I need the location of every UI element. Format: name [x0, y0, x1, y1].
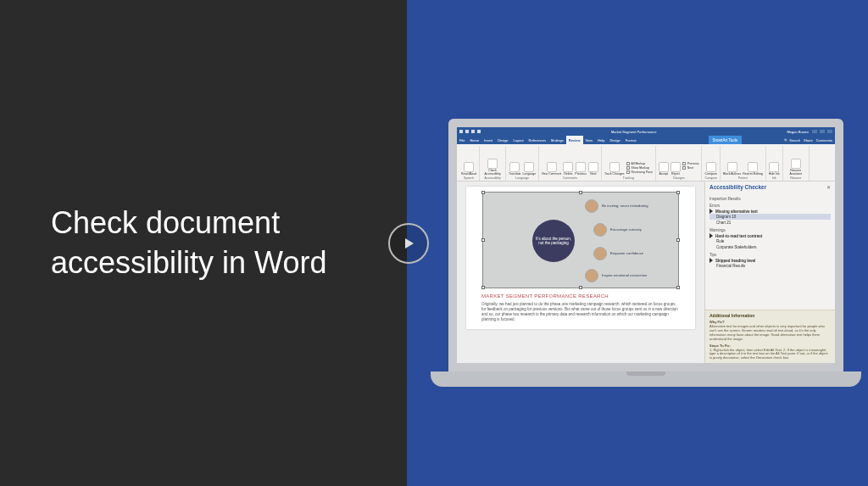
- word-window: Market Segment Performance Megan Bowen F…: [457, 127, 835, 363]
- tab-references[interactable]: References: [526, 136, 548, 144]
- slide-title: Check document accessibility in Word: [51, 204, 356, 283]
- smartart-hub[interactable]: It's about the person, not the packaging: [532, 220, 575, 262]
- smartart-spoke[interactable]: Inspire emotional connection: [585, 269, 647, 282]
- smartart-graphic[interactable]: It's about the person, not the packaging…: [482, 192, 679, 288]
- ribbon-button[interactable]: Language: [523, 162, 537, 176]
- search-box[interactable]: 🔍 Search: [784, 138, 800, 142]
- additional-info: Additional Information Why Fix? Alternat…: [705, 310, 835, 363]
- result-entry[interactable]: Financial Results: [709, 263, 831, 269]
- ribbon-button[interactable]: Delete: [563, 162, 573, 176]
- contextual-title: SmartArt Tools: [713, 138, 737, 142]
- close-icon[interactable]: ✕: [826, 184, 831, 190]
- result-category: Tips: [709, 253, 831, 257]
- page: It's about the person, not the packaging…: [466, 187, 695, 329]
- ribbon-group-changes: AcceptRejectPreviousNextChanges: [656, 146, 703, 181]
- laptop-base: [431, 371, 861, 387]
- title-bar: Market Segment Performance Megan Bowen: [457, 127, 835, 136]
- result-entry[interactable]: Corporate Stakeholders: [709, 244, 831, 250]
- info-title: Additional Information: [709, 313, 831, 318]
- ribbon-group-comments: New CommentDeletePreviousNextComments: [539, 146, 602, 181]
- comments-button[interactable]: Comments: [816, 138, 832, 142]
- document-paragraph: Originally, we had just planned to do th…: [481, 302, 680, 322]
- ribbon-button[interactable]: Check Accessibility: [482, 159, 503, 176]
- ribbon-button[interactable]: New Comment: [542, 162, 561, 176]
- laptop-frame: Market Segment Performance Megan Bowen F…: [431, 119, 861, 387]
- steps-text: 1. Right-click the object, then select E…: [709, 349, 831, 360]
- share-button[interactable]: Share: [804, 138, 813, 142]
- document-heading: MARKET SEGMENT PERFORMANCE RESEARCH: [481, 293, 680, 299]
- user-name[interactable]: Megan Bowen: [787, 130, 809, 134]
- result-category: Warnings: [709, 228, 831, 232]
- result-entry[interactable]: Chart 21: [709, 220, 831, 226]
- laptop-screen-frame: Market Segment Performance Megan Bowen F…: [448, 119, 843, 371]
- steps-label: Steps To Fix:: [709, 344, 831, 348]
- ribbon-button[interactable]: Previous: [575, 162, 587, 176]
- ribbon-tabs: FileHomeInsertDesignLayoutReferencesMail…: [457, 136, 835, 144]
- tab-layout[interactable]: Layout: [511, 136, 526, 144]
- result-entry[interactable]: Role: [709, 238, 831, 244]
- tab-file[interactable]: File: [457, 136, 467, 144]
- ribbon-option[interactable]: Next: [682, 166, 699, 170]
- right-panel: Market Segment Performance Megan Bowen F…: [407, 0, 868, 486]
- tab-home[interactable]: Home: [467, 136, 481, 144]
- document-area[interactable]: It's about the person, not the packaging…: [457, 182, 704, 363]
- smartart-spoke[interactable]: Empower confidence: [593, 247, 643, 260]
- svg-marker-0: [405, 238, 414, 249]
- why-fix-text: Alternative text for images and other ob…: [709, 325, 831, 341]
- result-entry[interactable]: Diagram 10: [709, 214, 831, 220]
- ribbon-button[interactable]: Translate: [509, 162, 520, 176]
- tab-review[interactable]: Review: [566, 136, 583, 144]
- ribbon-button[interactable]: Next: [588, 162, 598, 176]
- tab-view[interactable]: View: [583, 136, 596, 144]
- ribbon-group-resume: Resume AssistantResume: [783, 146, 810, 181]
- smartart-spoke[interactable]: Encourage curiosity: [593, 223, 642, 237]
- ribbon-group-ink: Hide InkInk: [766, 146, 783, 181]
- ribbon-button[interactable]: Reject: [670, 162, 681, 176]
- ribbon-group-protect: Block AuthorsRestrict EditingProtect: [721, 146, 766, 181]
- ribbon-group-accessibility: Check AccessibilityAccessibility: [480, 146, 506, 181]
- ribbon-option[interactable]: Reviewing Pane: [626, 170, 653, 174]
- ribbon-button[interactable]: Track Changes: [604, 162, 625, 176]
- contextual-tab-design[interactable]: Design: [607, 136, 622, 144]
- play-icon: [402, 237, 415, 250]
- ribbon-group-language: TranslateLanguageLanguage: [506, 146, 539, 181]
- ribbon-button[interactable]: Block Authors: [723, 162, 741, 176]
- ribbon-option[interactable]: All Markup: [626, 162, 653, 165]
- play-button[interactable]: [388, 223, 429, 264]
- tab-help[interactable]: Help: [595, 136, 607, 144]
- tab-design[interactable]: Design: [495, 136, 510, 144]
- ribbon-button[interactable]: Compare: [704, 162, 716, 176]
- autosave-qat[interactable]: [459, 130, 481, 133]
- ribbon-button[interactable]: Hide Ink: [769, 162, 780, 176]
- results-label: Inspection Results: [709, 197, 831, 201]
- app-body: It's about the person, not the packaging…: [457, 182, 835, 363]
- contextual-tab-group: SmartArt Tools: [709, 136, 742, 144]
- ribbon-button[interactable]: Restrict Editing: [743, 162, 763, 176]
- ribbon-button[interactable]: Read Aloud: [461, 162, 476, 176]
- contextual-tab-format[interactable]: Format: [623, 136, 639, 144]
- ribbon-option[interactable]: Previous: [682, 162, 699, 165]
- ribbon-button[interactable]: Accept: [659, 162, 669, 176]
- panel-title: Accessibility Checker: [709, 184, 766, 190]
- window-controls[interactable]: [812, 130, 832, 133]
- tab-mailings[interactable]: Mailings: [548, 136, 566, 144]
- ribbon-option[interactable]: Show Markup: [626, 166, 653, 170]
- ribbon-group-compare: CompareCompare: [702, 146, 720, 181]
- ribbon: Read AloudSpeechCheck AccessibilityAcces…: [457, 144, 835, 182]
- ribbon-group-tracking: Track ChangesAll MarkupShow MarkupReview…: [602, 146, 656, 181]
- accessibility-checker-panel: Accessibility Checker ✕ Inspection Resul…: [704, 182, 835, 363]
- document-title: Market Segment Performance: [611, 130, 656, 134]
- ribbon-group-speech: Read AloudSpeech: [459, 146, 480, 181]
- tab-insert[interactable]: Insert: [481, 136, 495, 144]
- smartart-spoke[interactable]: Be inviting; never intimidating: [585, 199, 648, 213]
- ribbon-button[interactable]: Resume Assistant: [786, 159, 806, 176]
- left-panel: Check document accessibility in Word: [0, 0, 407, 486]
- result-category: Errors: [709, 204, 831, 208]
